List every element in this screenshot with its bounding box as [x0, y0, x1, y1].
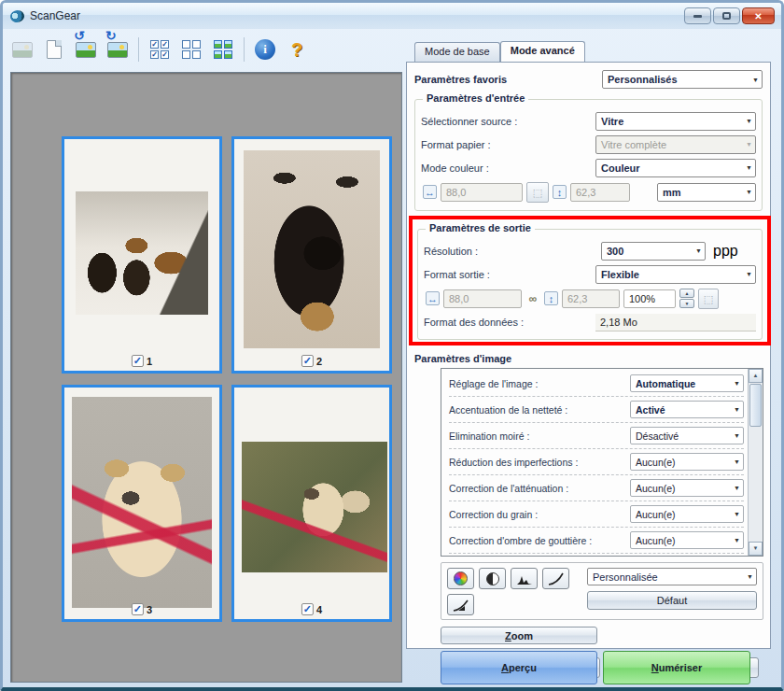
thumbnail-frame-2[interactable]: ✓ 2 — [231, 136, 392, 374]
source-select[interactable]: Vitre▼ — [595, 112, 756, 131]
default-button[interactable]: Défaut — [587, 591, 757, 610]
window-title: ScanGear — [30, 9, 80, 22]
chevron-down-icon: ▼ — [695, 247, 702, 254]
thumbnail-photo-black-dog — [244, 150, 380, 348]
group-title: Paramètres d'entrée — [423, 92, 528, 104]
scroll-down-icon[interactable]: ▼ — [749, 542, 763, 556]
thumbnail-number: 1 — [147, 356, 152, 367]
setting-row-grain-correction: Correction du grain : Aucun(e)▼ — [449, 501, 744, 528]
apercu-button[interactable]: Aperçu — [441, 651, 597, 684]
zoom-button[interactable]: Zoom — [441, 627, 597, 644]
output-settings-group: Paramètres de sortie Résolution : 300▼ p… — [417, 229, 763, 340]
thumbnail-checkbox-2[interactable]: ✓ — [301, 355, 314, 367]
chevron-down-icon: ▼ — [734, 511, 740, 517]
spinner-up-icon[interactable]: ▲ — [679, 289, 694, 298]
threshold-curve-icon — [453, 599, 469, 612]
output-height-field: 62,3 — [562, 289, 620, 308]
thumbnail-checkbox-4[interactable]: ✓ — [301, 603, 314, 615]
maximize-button[interactable] — [713, 7, 740, 24]
chevron-down-icon: ▼ — [734, 406, 740, 413]
color-adjustment-box: Personnalisée▼ Défaut — [441, 562, 763, 620]
resolution-select[interactable]: 300▼ — [601, 242, 706, 261]
output-width-field: 88,0 — [443, 289, 522, 308]
chevron-down-icon: ▼ — [746, 189, 752, 195]
histogram-button[interactable] — [511, 568, 538, 589]
toolbar: ↺ ↻ ✓✓✓✓ i ? — [8, 33, 311, 66]
saturation-button[interactable] — [447, 568, 474, 589]
thumbnail-frame-4[interactable]: ✓ 4 — [231, 385, 392, 622]
settings-panel: Paramètres favoris Personnalisés ▼ Param… — [406, 62, 771, 649]
height-icon: ↕ — [553, 185, 567, 199]
clear-crop-button[interactable] — [40, 35, 68, 63]
maximize-icon — [722, 12, 731, 20]
width-icon: ↔ — [426, 291, 440, 305]
chevron-down-icon: ▼ — [752, 77, 759, 83]
brightness-contrast-button[interactable] — [479, 568, 506, 589]
scale-spinner[interactable]: ▲ ▼ — [679, 289, 694, 308]
group-title: Paramètres de sortie — [426, 222, 535, 233]
numeriser-button[interactable]: Numériser — [603, 651, 750, 684]
rotate-right-button[interactable]: ↻ — [104, 35, 132, 63]
scroll-up-icon[interactable]: ▲ — [749, 369, 763, 383]
setting-row-reduce-dust: Réduction des imperfections : Aucun(e)▼ — [449, 449, 744, 475]
spinner-down-icon[interactable]: ▼ — [679, 299, 694, 308]
close-button[interactable]: ✕ — [742, 7, 775, 24]
color-mode-select[interactable]: Couleur▼ — [595, 159, 756, 177]
select-all-frames-button[interactable] — [209, 35, 237, 63]
mode-tabs: Mode de base Mode avancé — [414, 42, 585, 62]
image-adjustment-select[interactable]: Automatique▼ — [630, 374, 744, 392]
thumbnail-checkbox-3[interactable]: ✓ — [132, 603, 144, 615]
data-size-value: 2,18 Mo — [595, 314, 756, 331]
setting-row-image-adjustment: Réglage de l'image : Automatique▼ — [449, 371, 744, 397]
tab-mode-avance[interactable]: Mode avancé — [500, 41, 585, 62]
input-width-field: 88,0 — [441, 183, 523, 202]
tone-preset-select[interactable]: Personnalisée▼ — [587, 568, 757, 585]
chevron-down-icon: ▼ — [746, 271, 752, 277]
reduce-dust-select[interactable]: Aucun(e)▼ — [630, 453, 744, 471]
source-label: Sélectionner source : — [421, 116, 595, 127]
minimize-button[interactable] — [684, 7, 711, 24]
thumbnail-checkbox-1[interactable]: ✓ — [132, 355, 144, 367]
scrollbar-thumb[interactable] — [749, 384, 762, 427]
chevron-down-icon: ▼ — [734, 380, 740, 387]
gutter-shadow-select[interactable]: Aucun(e)▼ — [630, 531, 744, 549]
tab-mode-de-base[interactable]: Mode de base — [414, 42, 500, 62]
thumbnail-frame-1[interactable]: ✓ 1 — [62, 136, 222, 374]
data-size-label: Format des données : — [424, 317, 595, 328]
descreen-select[interactable]: Désactivé▼ — [630, 427, 744, 444]
help-button[interactable]: ? — [283, 35, 311, 63]
grain-correction-select[interactable]: Aucun(e)▼ — [630, 505, 744, 523]
check-all-frames-button[interactable]: ✓✓✓✓ — [146, 35, 174, 63]
width-icon: ↔ — [423, 185, 437, 199]
color-mode-label: Mode couleur : — [421, 162, 595, 174]
resolution-label: Résolution : — [424, 246, 601, 257]
setting-row-unsharp-mask: Accentuation de la netteté : Activé▼ — [449, 397, 744, 423]
fading-correction-select[interactable]: Aucun(e)▼ — [630, 479, 744, 497]
tone-curve-button[interactable] — [542, 568, 569, 589]
uncheck-all-frames-button[interactable] — [177, 35, 205, 63]
thumbnail-frame-3[interactable]: ✓ 3 — [62, 385, 222, 622]
crop-adjust-button: ⬚ — [526, 182, 549, 203]
photo-icon — [107, 42, 128, 58]
photo-icon — [76, 42, 96, 58]
scale-percent-field[interactable]: 100% — [623, 289, 676, 308]
favorite-settings-select[interactable]: Personnalisés ▼ — [602, 70, 763, 89]
toolbar-separator — [138, 37, 139, 62]
unsharp-mask-select[interactable]: Activé▼ — [630, 401, 744, 418]
information-button[interactable]: i — [251, 35, 279, 63]
crop-thumbnail-icon — [12, 42, 33, 58]
final-review-button[interactable] — [447, 594, 474, 615]
scangear-logo-icon — [8, 7, 26, 23]
image-settings-scrollbar[interactable]: ▲ ▼ — [748, 369, 763, 556]
rotate-left-button[interactable]: ↺ — [72, 35, 100, 63]
output-size-select[interactable]: Flexible▼ — [595, 265, 756, 284]
rotate-right-icon: ↻ — [105, 28, 117, 43]
setting-row-descreen: Elimination moiré : Désactivé▼ — [449, 423, 744, 449]
titlebar[interactable]: ScanGear ✕ — [3, 3, 781, 29]
setting-row-gutter-shadow: Correction d'ombre de gouttière : Aucun(… — [449, 528, 744, 554]
crop-button[interactable] — [8, 35, 36, 63]
paper-size-select: Vitre complète▼ — [595, 135, 756, 154]
preview-area[interactable]: ✓ 1 ✓ 2 ✓ 3 ✓ 4 — [10, 72, 402, 683]
unit-select[interactable]: mm▼ — [657, 183, 756, 202]
chevron-down-icon: ▼ — [734, 537, 740, 543]
